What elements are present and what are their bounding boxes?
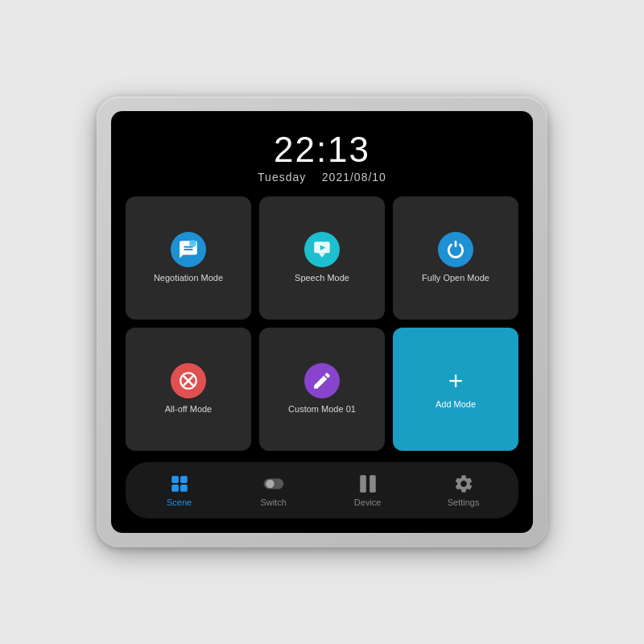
custom-mode-icon bbox=[304, 363, 340, 398]
screen: 22:13 Tuesday 2021/08/10 ··· Negotiation… bbox=[111, 111, 533, 533]
switch-icon bbox=[263, 473, 284, 494]
device-frame: 22:13 Tuesday 2021/08/10 ··· Negotiation… bbox=[97, 97, 547, 547]
speech-mode-icon bbox=[304, 232, 340, 267]
custom-mode-label: Custom Mode 01 bbox=[288, 403, 356, 415]
svg-rect-14 bbox=[360, 475, 366, 493]
clock-section: 22:13 Tuesday 2021/08/10 bbox=[126, 126, 518, 187]
all-off-mode-label: All-off Mode bbox=[165, 403, 213, 415]
clock-time: 22:13 bbox=[126, 132, 518, 167]
clock-date: Tuesday 2021/08/10 bbox=[126, 171, 518, 184]
fully-open-mode-button[interactable]: Fully Open Mode bbox=[393, 196, 518, 320]
device-icon bbox=[357, 473, 378, 494]
switch-label: Switch bbox=[260, 497, 286, 507]
svg-point-13 bbox=[266, 480, 274, 488]
settings-label: Settings bbox=[448, 497, 480, 507]
add-mode-button[interactable]: + Add Mode bbox=[393, 328, 518, 451]
svg-rect-15 bbox=[369, 475, 376, 493]
svg-marker-3 bbox=[319, 254, 326, 258]
add-mode-label: Add Mode bbox=[436, 398, 476, 410]
nav-settings[interactable]: Settings bbox=[438, 470, 489, 510]
all-off-mode-icon bbox=[171, 363, 206, 398]
negotiation-mode-icon: ··· bbox=[171, 232, 206, 267]
fully-open-mode-label: Fully Open Mode bbox=[422, 272, 489, 283]
nav-scene[interactable]: Scene bbox=[155, 470, 204, 510]
bottom-nav: Scene Switch Device Se bbox=[126, 462, 518, 518]
svg-text:···: ··· bbox=[191, 242, 196, 247]
svg-rect-9 bbox=[180, 476, 188, 483]
settings-icon bbox=[453, 473, 474, 494]
modes-grid: ··· Negotiation Mode Speech Mode bbox=[126, 196, 518, 451]
nav-device[interactable]: Device bbox=[344, 470, 392, 510]
speech-mode-label: Speech Mode bbox=[295, 272, 349, 283]
clock-day: Tuesday bbox=[258, 171, 306, 184]
clock-date-value: 2021/08/10 bbox=[322, 171, 386, 184]
all-off-mode-button[interactable]: All-off Mode bbox=[126, 328, 251, 451]
scene-icon bbox=[169, 473, 190, 494]
svg-rect-11 bbox=[180, 485, 188, 492]
nav-switch[interactable]: Switch bbox=[250, 470, 298, 510]
device-label: Device bbox=[354, 497, 382, 507]
custom-mode-button[interactable]: Custom Mode 01 bbox=[259, 328, 385, 451]
negotiation-mode-label: Negotiation Mode bbox=[154, 272, 223, 283]
svg-rect-10 bbox=[171, 485, 179, 492]
speech-mode-button[interactable]: Speech Mode bbox=[259, 196, 385, 320]
fully-open-mode-icon bbox=[438, 232, 473, 267]
negotiation-mode-button[interactable]: ··· Negotiation Mode bbox=[126, 196, 251, 320]
add-mode-icon: + bbox=[448, 368, 464, 394]
scene-label: Scene bbox=[167, 497, 192, 507]
svg-rect-8 bbox=[171, 476, 179, 483]
